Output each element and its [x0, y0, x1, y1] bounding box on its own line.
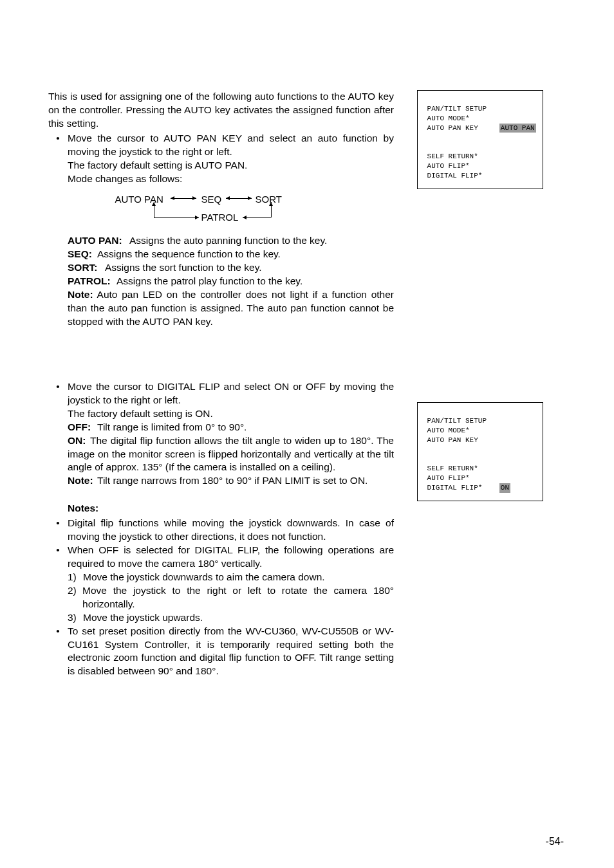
desc-patrol: PATROL: Assigns the patrol play function… [68, 275, 394, 288]
bullet-dot-n1: • [48, 517, 68, 544]
notes-header: Notes: [68, 502, 394, 515]
bullet-dot: • [48, 132, 68, 186]
val-note1: Auto pan LED on the controller does not … [68, 289, 394, 327]
desc-sort: SORT: Assigns the sort function to the k… [68, 261, 394, 275]
term-seq: SEQ: [68, 248, 97, 261]
b1-line1: Move the cursor to AUTO PAN KEY and sele… [68, 133, 394, 157]
df-note-row: Note: Tilt range narrows from 180° to 90… [68, 474, 394, 488]
diagram-autopan: AUTO PAN [115, 193, 163, 206]
p2-l1: PAN/TILT SETUP [423, 417, 546, 425]
desc-seq: SEQ: Assigns the sequence function to th… [68, 248, 394, 261]
note-item-2: • When OFF is selected for DIGITAL FLIP,… [48, 544, 394, 625]
n2-text: When OFF is selected for DIGITAL FLIP, t… [68, 544, 394, 569]
term-dfnote: Note: [68, 474, 97, 488]
p1-l8: DIGITAL FLIP* [423, 172, 499, 180]
desc-note1: Note: Auto pan LED on the controller doe… [68, 288, 394, 329]
term-on: ON: [68, 434, 90, 448]
term-autopan: AUTO PAN: [68, 234, 129, 248]
p2-l3: AUTO PAN KEY [423, 436, 499, 444]
bullet-auto-pan-key: • Move the cursor to AUTO PAN KEY and se… [48, 132, 394, 186]
p2-highlight: ON [499, 483, 510, 493]
note-item-3: • To set preset position directly from t… [48, 625, 394, 679]
n2-1: Move the joystick downwards to aim the c… [83, 571, 325, 584]
term-sort: SORT: [68, 261, 105, 275]
b2-line2: The factory default setting is ON. [68, 408, 213, 419]
val-autopan: Assigns the auto panning function to the… [129, 234, 327, 248]
diagram-patrol: PATROL [201, 211, 239, 224]
n1-text: Digital flip functions while moving the … [68, 517, 394, 544]
n2-1-num: 1) [68, 571, 83, 584]
n2-3-num: 3) [68, 611, 83, 625]
arrow-up-right [271, 202, 272, 217]
desc-autopan: AUTO PAN: Assigns the auto panning funct… [68, 234, 394, 248]
osd-panel-2: PAN/TILT SETUP AUTO MODE* AUTO PAN KEY S… [417, 402, 543, 501]
n2-2-num: 2) [68, 584, 82, 611]
n2-2: Move the joystick to the right or left t… [82, 584, 394, 611]
term-off: OFF: [68, 421, 95, 434]
df-off-row: OFF: Tilt range is limited from 0° to 90… [68, 421, 394, 434]
p1-l6: SELF RETURN* [423, 152, 499, 160]
term-note1: Note: [68, 289, 93, 300]
b1-line2: The factory default setting is AUTO PAN. [68, 160, 247, 171]
n2-3: Move the joystick upwards. [83, 611, 203, 625]
val-off: Tilt range is limited from 0° to 90°. [97, 421, 247, 432]
p1-l1: PAN/TILT SETUP [423, 105, 546, 113]
arrow-left-bottom [243, 217, 271, 218]
df-on-row: ON: The digital flip function allows the… [68, 434, 394, 475]
b2-line1: Move the cursor to DIGITAL FLIP and sele… [68, 381, 394, 405]
val-on: The digital flip function allows the til… [68, 435, 394, 473]
p1-highlight: AUTO PAN [499, 124, 536, 133]
p1-l3: AUTO PAN KEY [423, 124, 499, 132]
val-patrol: Assigns the patrol play function to the … [116, 275, 302, 288]
p2-l2: AUTO MODE* [423, 427, 499, 434]
val-dfnote: Tilt range narrows from 180° to 90° if P… [97, 475, 367, 486]
bullet-digital-flip: • Move the cursor to DIGITAL FLIP and se… [48, 380, 394, 488]
val-seq: Assigns the sequence function to the key… [97, 248, 281, 261]
osd-panel-1: PAN/TILT SETUP AUTO MODE* AUTO PAN KEY A… [417, 90, 543, 189]
arrow-double-1 [171, 198, 196, 199]
arrow-up-left [154, 202, 154, 217]
intro-text: This is used for assigning one of the fo… [48, 90, 394, 131]
p2-l6: SELF RETURN* [423, 465, 499, 472]
bullet-dot-n3: • [48, 625, 68, 679]
n3-text: To set preset position directly from the… [68, 625, 394, 679]
p2-l8: DIGITAL FLIP* [423, 484, 499, 492]
bullet-dot-2: • [48, 380, 68, 488]
page-number: -54- [546, 835, 564, 849]
term-patrol: PATROL: [68, 275, 116, 288]
arrow-right-bottom [154, 217, 199, 218]
note-item-1: • Digital flip functions while moving th… [48, 517, 394, 544]
bullet-dot-n2: • [48, 544, 68, 625]
val-sort: Assigns the sort function to the key. [105, 261, 262, 275]
diagram-seq: SEQ [201, 193, 222, 206]
p2-l7: AUTO FLIP* [423, 474, 499, 482]
arrow-double-2 [226, 198, 252, 199]
p1-l2: AUTO MODE* [423, 115, 499, 122]
mode-cycle-diagram: AUTO PAN SEQ SORT PATROL [115, 193, 328, 226]
p1-l7: AUTO FLIP* [423, 162, 499, 170]
b1-line3: Mode changes as follows: [68, 173, 182, 184]
